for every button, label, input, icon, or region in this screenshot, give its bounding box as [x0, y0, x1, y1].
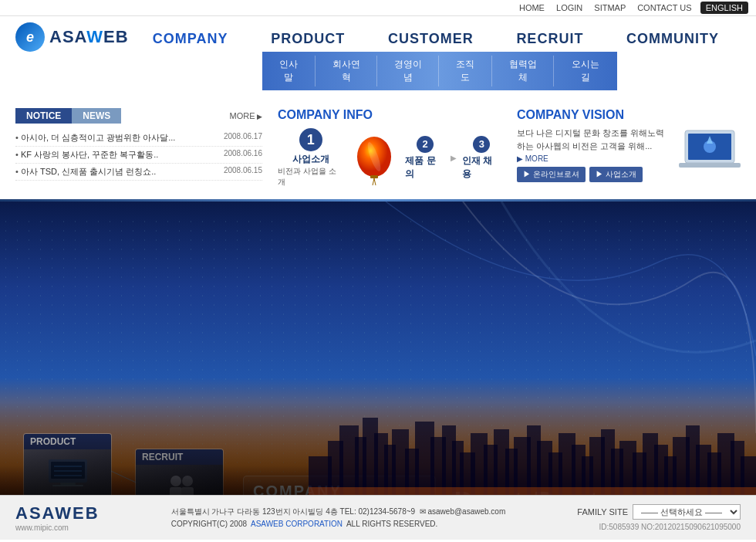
company-vision-section: COMPANY VISION 보다 나은 디지털 문화 창조를 위해노력하는 아…	[517, 108, 741, 188]
news-more-btn[interactable]: MORE	[229, 111, 262, 120]
info-num-3: 3	[473, 136, 490, 153]
news-date-2: 2008.06.15	[224, 166, 262, 178]
news-item-0[interactable]: 아시아, 더 심층적이고 광범위한 아사달... 2008.06.17	[15, 130, 262, 147]
news-list: 아시아, 더 심층적이고 광범위한 아사달... 2008.06.17 KF 사…	[15, 130, 262, 181]
news-tab[interactable]: NEWS	[72, 108, 121, 124]
footer-logo: ASAWEB www.mipic.com	[15, 503, 100, 532]
vision-buttons: ▶ 온라인브로셔 ▶ 사업소개	[517, 167, 671, 182]
news-date-1: 2008.06.16	[224, 149, 262, 161]
footer-corp-link[interactable]: ASAWEB CORPORATION	[251, 520, 343, 528]
svg-rect-116	[309, 487, 756, 495]
info-item-3[interactable]: 3 인재 채용	[462, 136, 501, 181]
sub-nav: 인사말 회사연혁 경영이념 조직도 협력업체 오시는 길	[262, 52, 617, 90]
info-items: 1 사업소개 비전과 사업을 소개	[278, 128, 501, 188]
news-item-1[interactable]: KF 사랑의 봉사단, 꾸준한 복구활동.. 2008.06.16	[15, 147, 262, 164]
nav-recruit[interactable]: RECRUIT	[508, 31, 591, 47]
contact-link[interactable]: CONTACT US	[637, 3, 692, 12]
vision-description: 보다 나은 디지털 문화 창조를 위해노력하는 아사웹의 비전은 고객을 위해.…	[517, 127, 671, 152]
content-area: NOTICE NEWS MORE 아시아, 더 심층적이고 광범위한 아사달..…	[0, 97, 756, 199]
logo-icon: e	[15, 22, 45, 52]
subnav-item-5[interactable]: 오시는 길	[554, 56, 617, 86]
family-site: FAMILY SITE —— 선택하세요 ——	[577, 504, 741, 520]
footer-address: 서울특별시 가나구 다라동 123번지 아시빌딩 4층 TEL: 02)1234…	[171, 506, 506, 518]
nav-community[interactable]: COMMUNITY	[619, 31, 727, 47]
nav-customer-label: CUSTOMER	[380, 31, 481, 46]
main-nav: COMPANY PRODUCT CUSTOMER RECRUIT COMMUNI…	[131, 27, 741, 47]
info-label-1: 사업소개	[292, 153, 329, 166]
news-date-0: 2008.06.17	[224, 132, 262, 144]
nav-company[interactable]: COMPANY	[145, 31, 236, 47]
subnav-item-4[interactable]: 협력업체	[492, 56, 554, 86]
hero-section: PRODUCT RECRUIT	[0, 202, 756, 495]
info-item-1[interactable]: 1 사업소개 비전과 사업을 소개	[278, 128, 343, 188]
info-label-2: 제품 문의	[405, 154, 444, 181]
info-label-3: 인재 채용	[462, 154, 501, 181]
subnav-item-0[interactable]: 인사말	[262, 56, 316, 86]
subnav-item-3[interactable]: 조직도	[439, 56, 492, 86]
family-site-select[interactable]: —— 선택하세요 ——	[633, 504, 741, 520]
info-item-2[interactable]: 2 제품 문의	[405, 136, 444, 181]
company-info-section: COMPANY INFO 1 사업소개 비전과 사업을 소개	[278, 108, 501, 188]
svg-line-2	[373, 178, 374, 185]
vision-more-link[interactable]: ▶ MORE	[517, 154, 671, 163]
lang-btn[interactable]: ENGLISH	[700, 2, 748, 14]
news-title-1: KF 사랑의 봉사단, 꾸준한 복구활동..	[15, 149, 158, 161]
news-title-2: 아사 TSD, 신제품 출시기념 런칭쇼..	[15, 166, 156, 178]
footer-right: FAMILY SITE —— 선택하세요 —— ID:5085939 NO:20…	[577, 504, 741, 531]
footer-copyright: COPYRIGHT(C) 2008 ASAWEB CORPORATION ALL…	[171, 518, 506, 530]
family-site-label: FAMILY SITE	[577, 507, 628, 517]
top-bar: HOME LOGIN SITMAP CONTACT US ENGLISH	[0, 0, 756, 16]
footer-id: ID:5085939 NO:20120215090621095000	[599, 523, 741, 531]
news-tabs: NOTICE NEWS MORE	[15, 108, 262, 124]
news-section: NOTICE NEWS MORE 아시아, 더 심층적이고 광범위한 아사달..…	[15, 108, 262, 188]
svg-rect-7	[679, 163, 741, 168]
nav-community-label: COMMUNITY	[619, 31, 727, 46]
vision-content: 보다 나은 디지털 문화 창조를 위해노력하는 아사웹의 비전은 고객을 위해.…	[517, 127, 741, 182]
vision-title-blue: VISION	[582, 108, 624, 121]
subnav-item-1[interactable]: 회사연혁	[316, 56, 377, 86]
notice-tab[interactable]: NOTICE	[15, 108, 72, 124]
nav-product-label: PRODUCT	[263, 31, 353, 46]
logo[interactable]: e ASAWEB	[15, 22, 131, 52]
sitmap-link[interactable]: SITMAP	[594, 3, 626, 12]
city-buildings-svg	[309, 395, 756, 495]
header: e ASAWEB COMPANY PRODUCT CUSTOMER RECRUI…	[0, 16, 756, 52]
login-link[interactable]: LOGIN	[556, 3, 582, 12]
footer-info: 서울특별시 가나구 다라동 123번지 아시빌딩 4층 TEL: 02)1234…	[171, 506, 506, 530]
company-info-title-plain: COMPANY	[278, 108, 339, 121]
footer: ASAWEB www.mipic.com 서울특별시 가나구 다라동 123번지…	[0, 495, 756, 540]
footer-logo-sub: www.mipic.com	[15, 523, 69, 532]
vision-text-area: 보다 나은 디지털 문화 창조를 위해노력하는 아사웹의 비전은 고객을 위해.…	[517, 127, 671, 182]
business-intro-btn[interactable]: ▶ 사업소개	[589, 167, 643, 182]
company-info-title-blue: INFO	[343, 108, 373, 121]
nav-customer[interactable]: CUSTOMER	[380, 31, 481, 47]
svg-line-3	[374, 178, 376, 185]
news-item-2[interactable]: 아사 TSD, 신제품 출시기념 런칭쇼.. 2008.06.15	[15, 164, 262, 181]
online-brochure-btn[interactable]: ▶ 온라인브로셔	[517, 167, 586, 182]
company-info-title: COMPANY INFO	[278, 108, 501, 122]
logo-text: ASAWEB	[49, 27, 129, 47]
nav-company-label: COMPANY	[145, 31, 236, 46]
home-link[interactable]: HOME	[519, 3, 545, 12]
laptop-icon	[679, 127, 741, 181]
vision-title: COMPANY VISION	[517, 108, 741, 122]
info-num-2: 2	[417, 136, 434, 153]
footer-logo-text: ASAWEB	[15, 503, 100, 523]
connector-icon: ▶	[449, 154, 458, 162]
info-num-1: 1	[299, 128, 322, 151]
info-sublabel-1: 비전과 사업을 소개	[278, 166, 343, 188]
nav-product[interactable]: PRODUCT	[263, 31, 353, 47]
svg-rect-1	[370, 175, 378, 178]
subnav-item-2[interactable]: 경영이념	[377, 56, 439, 86]
news-title-0: 아시아, 더 심층적이고 광범위한 아사달...	[15, 132, 175, 144]
nav-recruit-label: RECRUIT	[508, 31, 591, 46]
balloon-icon	[351, 135, 397, 181]
vision-title-plain: COMPANY	[517, 108, 579, 121]
